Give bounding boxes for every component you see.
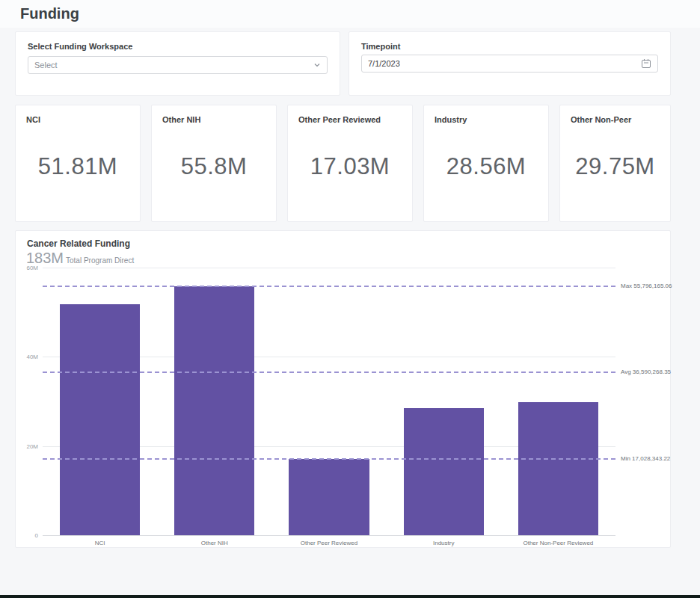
chart-total-label: Total Program Direct xyxy=(66,256,134,265)
chart-plot xyxy=(43,268,615,535)
stat-value: 51.81M xyxy=(16,144,140,189)
stat-value: 28.56M xyxy=(424,144,548,189)
bar-nci[interactable] xyxy=(60,304,140,535)
timepoint-input[interactable] xyxy=(368,59,641,68)
stat-card-other-peer-reviewed: Other Peer Reviewed 17.03M xyxy=(287,105,413,222)
avg-reference-line xyxy=(43,372,615,373)
chart-title: Cancer Related Funding xyxy=(27,238,130,249)
stat-label: Industry xyxy=(435,115,467,124)
chart-total-value: 183M xyxy=(26,250,64,266)
funding-dashboard: Funding Select Funding Workspace Select … xyxy=(0,0,700,598)
gridline-60M xyxy=(43,268,615,268)
x-tick-label: Other NIH xyxy=(157,540,271,546)
y-tick-label: 60M xyxy=(16,265,38,271)
stat-label: Other Non-Peer xyxy=(571,115,631,124)
chart-subtitle: 183MTotal Program Direct xyxy=(26,250,134,267)
max-reference-line xyxy=(43,286,615,287)
x-tick-label: Other Peer Reviewed xyxy=(271,540,386,546)
min-reference-label: Min 17,028,343.22 xyxy=(621,455,670,462)
stat-value: 55.8M xyxy=(152,144,276,189)
workspace-select-value: Select xyxy=(34,61,313,70)
bar-other-non-peer-reviewed[interactable] xyxy=(518,402,598,535)
y-tick-label: 0 xyxy=(16,532,38,539)
stat-value: 29.75M xyxy=(560,144,670,189)
bar-industry[interactable] xyxy=(404,408,484,535)
calendar-icon[interactable] xyxy=(641,58,651,69)
timepoint-filter-card: Timepoint xyxy=(349,31,671,96)
gridline-0 xyxy=(43,535,615,536)
workspace-label: Select Funding Workspace xyxy=(28,42,132,51)
funding-chart-card: Cancer Related Funding 183MTotal Program… xyxy=(15,230,671,548)
bar-other-nih[interactable] xyxy=(174,286,254,535)
min-reference-line xyxy=(43,458,615,460)
bar-other-peer-reviewed[interactable] xyxy=(289,459,369,535)
page-header: Funding xyxy=(0,0,700,28)
timepoint-label: Timepoint xyxy=(361,42,400,51)
avg-reference-label: Avg 36,590,268.35 xyxy=(621,369,671,375)
workspace-filter-card: Select Funding Workspace Select xyxy=(15,31,340,96)
stat-label: Other NIH xyxy=(162,115,200,124)
y-tick-label: 20M xyxy=(16,443,38,450)
bottom-window-edge xyxy=(0,595,700,598)
y-tick-label: 40M xyxy=(16,354,38,360)
workspace-select[interactable]: Select xyxy=(28,56,328,74)
max-reference-label: Max 55,796,165.06 xyxy=(621,283,672,289)
stat-card-other-non-peer: Other Non-Peer 29.75M xyxy=(559,105,671,222)
stat-card-other-nih: Other NIH 55.8M xyxy=(151,105,277,222)
stat-label: NCI xyxy=(26,115,40,124)
stat-card-nci: NCI 51.81M xyxy=(15,105,141,222)
stat-value: 17.03M xyxy=(288,144,412,189)
page-title: Funding xyxy=(20,5,79,22)
chevron-down-icon xyxy=(313,61,321,69)
stat-label: Other Peer Reviewed xyxy=(298,115,381,124)
timepoint-field xyxy=(361,55,658,73)
x-tick-label: NCI xyxy=(43,540,157,546)
stat-card-industry: Industry 28.56M xyxy=(423,105,549,222)
x-tick-label: Other Non-Peer Reviewed xyxy=(501,540,615,546)
x-tick-label: Industry xyxy=(387,540,501,546)
